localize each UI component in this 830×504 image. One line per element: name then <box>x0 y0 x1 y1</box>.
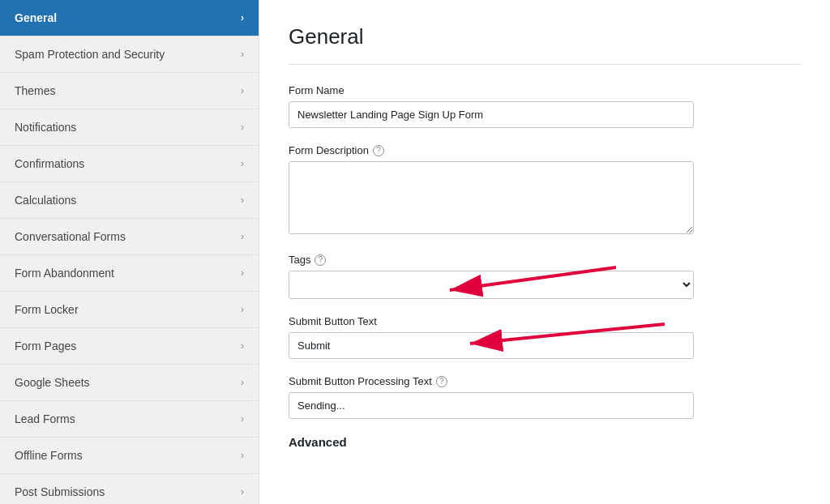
chevron-icon-calculations: › <box>241 194 244 206</box>
submit-button-processing-text-input[interactable] <box>289 392 694 419</box>
chevron-icon-conversational-forms: › <box>241 231 244 242</box>
sidebar-item-label-form-locker: Form Locker <box>15 303 79 316</box>
submit-button-text-label: Submit Button Text <box>289 315 694 327</box>
chevron-icon-google-sheets: › <box>241 377 244 388</box>
chevron-icon-spam-protection: › <box>241 49 244 60</box>
tags-group: Tags ? <box>289 254 694 299</box>
chevron-icon-form-abandonment: › <box>241 267 244 279</box>
form-description-help-icon[interactable]: ? <box>373 145 384 156</box>
sidebar-item-spam-protection[interactable]: Spam Protection and Security› <box>0 36 259 73</box>
sidebar-item-label-calculations: Calculations <box>15 194 76 207</box>
page-title: General <box>289 24 801 65</box>
sidebar-item-form-abandonment[interactable]: Form Abandonment› <box>0 255 259 292</box>
main-wrapper: General Form Name Form Description ? <box>259 0 830 504</box>
sidebar-item-label-conversational-forms: Conversational Forms <box>15 230 126 243</box>
sidebar-item-label-form-pages: Form Pages <box>15 340 76 352</box>
sidebar-item-label-google-sheets: Google Sheets <box>15 376 90 389</box>
sidebar-item-confirmations[interactable]: Confirmations› <box>0 146 259 182</box>
sidebar-item-lead-forms[interactable]: Lead Forms› <box>0 401 259 438</box>
tags-select[interactable] <box>289 271 694 299</box>
tags-label: Tags ? <box>289 254 694 266</box>
chevron-icon-form-pages: › <box>241 340 244 352</box>
sidebar-item-label-offline-forms: Offline Forms <box>15 449 83 462</box>
chevron-icon-lead-forms: › <box>241 413 244 425</box>
form-name-group: Form Name <box>289 84 694 128</box>
form-section: Form Name Form Description ? Tags ? <box>289 84 694 419</box>
sidebar-item-label-themes: Themes <box>15 84 56 97</box>
submit-button-processing-text-group: Submit Button Processing Text ? <box>289 375 694 419</box>
submit-button-text-input[interactable] <box>289 332 694 359</box>
chevron-icon-confirmations: › <box>241 158 244 169</box>
chevron-icon-notifications: › <box>241 122 244 133</box>
sidebar-item-label-form-abandonment: Form Abandonment <box>15 267 114 280</box>
form-description-group: Form Description ? <box>289 144 694 237</box>
advanced-title: Advanced <box>289 435 801 449</box>
sidebar-item-label-notifications: Notifications <box>15 121 76 134</box>
sidebar-item-form-pages[interactable]: Form Pages› <box>0 328 259 365</box>
sidebar-item-form-locker[interactable]: Form Locker› <box>0 292 259 328</box>
chevron-icon-general: › <box>241 12 244 23</box>
advanced-section: Advanced <box>289 435 801 449</box>
submit-button-processing-text-label: Submit Button Processing Text ? <box>289 375 694 387</box>
form-name-label: Form Name <box>289 84 694 96</box>
main-content: General Form Name Form Description ? <box>259 0 830 504</box>
sidebar-item-label-general: General <box>15 11 57 24</box>
chevron-icon-offline-forms: › <box>241 450 244 461</box>
chevron-icon-post-submissions: › <box>241 486 244 498</box>
sidebar-item-themes[interactable]: Themes› <box>0 73 259 109</box>
sidebar-item-label-spam-protection: Spam Protection and Security <box>15 48 165 61</box>
form-description-textarea[interactable] <box>289 161 694 234</box>
submit-processing-help-icon[interactable]: ? <box>436 376 447 387</box>
sidebar-item-label-lead-forms: Lead Forms <box>15 412 75 425</box>
sidebar-item-label-post-submissions: Post Submissions <box>15 485 105 498</box>
sidebar-item-conversational-forms[interactable]: Conversational Forms› <box>0 219 259 255</box>
tags-help-icon[interactable]: ? <box>314 254 326 266</box>
sidebar-item-label-confirmations: Confirmations <box>15 157 84 170</box>
form-description-label: Form Description ? <box>289 144 694 156</box>
form-name-input[interactable] <box>289 101 694 128</box>
sidebar-item-post-submissions[interactable]: Post Submissions› <box>0 474 259 504</box>
sidebar-item-notifications[interactable]: Notifications› <box>0 109 259 146</box>
sidebar-item-google-sheets[interactable]: Google Sheets› <box>0 365 259 401</box>
sidebar-item-calculations[interactable]: Calculations› <box>0 182 259 219</box>
chevron-icon-themes: › <box>241 85 244 96</box>
sidebar: General›Spam Protection and Security›The… <box>0 0 259 504</box>
chevron-icon-form-locker: › <box>241 304 244 315</box>
sidebar-item-offline-forms[interactable]: Offline Forms› <box>0 438 259 474</box>
sidebar-item-general[interactable]: General› <box>0 0 259 36</box>
submit-button-text-group: Submit Button Text <box>289 315 694 359</box>
